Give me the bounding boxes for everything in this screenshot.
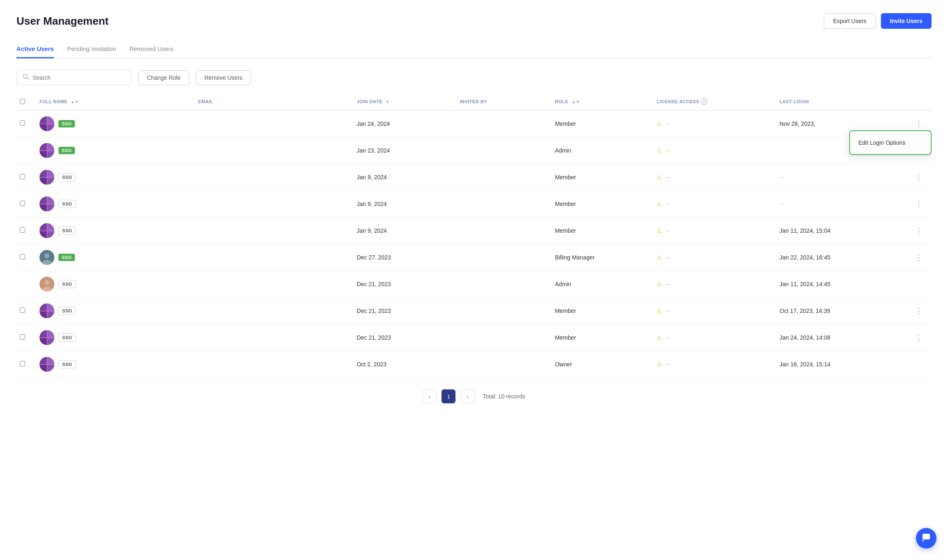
toolbar: Change Role Remove Users	[16, 70, 932, 85]
row-checkbox[interactable]	[20, 174, 25, 179]
row-fullname-cell: SSO	[33, 137, 191, 164]
row-lastlogin-cell: Oct 17, 2023, 14:39 ⋮	[773, 298, 932, 324]
avatar	[40, 330, 54, 345]
warning-icon: ⚠	[657, 120, 662, 127]
row-checkbox[interactable]	[20, 227, 25, 233]
row-lastlogin-cell: Jan 16, 2024, 15:14	[773, 351, 932, 378]
avatar-grid	[40, 170, 54, 185]
header-fullname[interactable]: FULL NAME ▲▼	[33, 93, 191, 110]
users-table: FULL NAME ▲▼ EMAIL JOIN DATE ▼ INVITED B…	[16, 93, 932, 378]
row-license-cell: ⚠ --	[650, 218, 773, 244]
tab-removed-users[interactable]: Removed Users	[129, 40, 174, 58]
table-row: SSO Jan 9, 2024 Member ⚠ --	[16, 218, 932, 244]
row-email-cell	[191, 110, 350, 137]
select-all-checkbox[interactable]	[20, 99, 25, 104]
row-joindate-cell: Jan 9, 2024	[350, 191, 453, 218]
tab-pending-invitation[interactable]: Pending Invitation	[67, 40, 116, 58]
row-email-cell	[191, 324, 350, 351]
pagination: ‹ 1 › Total: 10 records	[16, 389, 932, 403]
row-lastlogin-cell: Jan 24, 2024, 14:08 ⋮	[773, 324, 932, 351]
more-options-button[interactable]: ⋮	[913, 306, 925, 315]
row-license-cell: ⚠ --	[650, 271, 773, 298]
row-checkbox[interactable]	[20, 334, 25, 340]
row-checkbox[interactable]	[20, 201, 25, 206]
row-checkbox-cell	[16, 298, 33, 324]
row-license-cell: ⚠ --	[650, 110, 773, 137]
change-role-button[interactable]: Change Role	[138, 70, 189, 85]
header-role[interactable]: ROLE ▲▼	[548, 93, 651, 110]
row-license-cell: ⚠ --	[650, 191, 773, 218]
row-license-cell: ⚠ --	[650, 137, 773, 164]
row-email-cell	[191, 298, 350, 324]
row-checkbox-cell	[16, 324, 33, 351]
remove-users-button[interactable]: Remove Users	[196, 70, 251, 85]
sso-badge: SSO	[58, 147, 75, 154]
svg-point-5	[44, 280, 49, 285]
row-email-cell	[191, 218, 350, 244]
avatar-grid	[40, 197, 54, 211]
row-license-cell: ⚠ --	[650, 298, 773, 324]
more-options-button[interactable]: ⋮	[913, 119, 925, 128]
dropdown-popup: Edit Login Options	[849, 130, 932, 155]
row-invitedby-cell	[453, 324, 548, 351]
warning-icon: ⚠	[657, 334, 662, 341]
search-box	[16, 70, 132, 85]
more-options-button[interactable]: ⋮	[913, 333, 925, 342]
row-checkbox[interactable]	[20, 308, 25, 313]
row-role-cell: Admin	[548, 137, 651, 164]
next-page-button[interactable]: ›	[460, 389, 474, 403]
warning-icon: ⚠	[657, 147, 662, 154]
license-info-icon[interactable]: i	[701, 98, 707, 105]
row-fullname-cell: SSO	[33, 110, 191, 137]
row-invitedby-cell	[453, 218, 548, 244]
row-checkbox[interactable]	[20, 254, 25, 259]
export-users-button[interactable]: Export Users	[824, 13, 876, 29]
sso-badge: SSO	[58, 254, 75, 261]
more-options-button[interactable]: ⋮	[913, 199, 925, 208]
row-lastlogin-cell: Jan 22, 2024, 16:45 ⋮	[773, 244, 932, 271]
more-options-button[interactable]: ⋮	[913, 253, 925, 262]
row-invitedby-cell	[453, 351, 548, 378]
row-fullname-cell: SSO	[33, 324, 191, 351]
row-invitedby-cell	[453, 110, 548, 137]
row-lastlogin-cell: Jan 11, 2024, 15:04 ⋮	[773, 218, 932, 244]
role-sort-icon: ▲▼	[572, 100, 580, 104]
row-joindate-cell: Dec 27, 2023	[350, 244, 453, 271]
row-checkbox[interactable]	[20, 120, 25, 126]
warning-icon: ⚠	[657, 254, 662, 261]
avatar-grid	[40, 303, 54, 318]
row-fullname-cell: SSO	[33, 351, 191, 378]
avatar-grid	[40, 330, 54, 345]
header-joindate[interactable]: JOIN DATE ▼	[350, 93, 453, 110]
sso-badge-outline: SSO	[58, 227, 76, 235]
row-license-cell: ⚠ --	[650, 244, 773, 271]
row-lastlogin-cell: Nov 28, 2023, ⋮ Edit Login Options	[773, 110, 932, 137]
edit-login-options-item[interactable]: Edit Login Options	[850, 134, 931, 151]
row-joindate-cell: Jan 9, 2024	[350, 218, 453, 244]
row-role-cell: Owner	[548, 351, 651, 378]
row-joindate-cell: Oct 2, 2023	[350, 351, 453, 378]
chat-fab-button[interactable]	[916, 528, 936, 548]
row-checkbox[interactable]	[20, 361, 25, 366]
invite-users-button[interactable]: Invite Users	[881, 13, 932, 29]
avatar	[40, 277, 54, 292]
prev-page-button[interactable]: ‹	[423, 389, 437, 403]
page-1-button[interactable]: 1	[441, 389, 455, 403]
table-wrapper: FULL NAME ▲▼ EMAIL JOIN DATE ▼ INVITED B…	[16, 93, 932, 378]
avatar-grid	[40, 143, 54, 158]
table-row: SSO Oct 2, 2023 Owner ⚠ -- Jan 16,	[16, 351, 932, 378]
search-input[interactable]	[33, 74, 125, 81]
row-fullname-cell: SSO	[33, 244, 191, 271]
page-container: User Management Export Users Invite User…	[0, 0, 948, 560]
row-joindate-cell: Jan 9, 2024	[350, 164, 453, 191]
more-options-button[interactable]: ⋮	[913, 226, 925, 235]
row-role-cell: Member	[548, 218, 651, 244]
row-invitedby-cell	[453, 191, 548, 218]
more-options-button[interactable]: ⋮	[913, 173, 925, 182]
row-email-cell	[191, 244, 350, 271]
header-checkbox-cell	[16, 93, 33, 110]
tab-active-users[interactable]: Active Users	[16, 40, 54, 58]
row-checkbox-cell	[16, 191, 33, 218]
warning-icon: ⚠	[657, 227, 662, 234]
row-lastlogin-cell: -- ⋮	[773, 191, 932, 218]
